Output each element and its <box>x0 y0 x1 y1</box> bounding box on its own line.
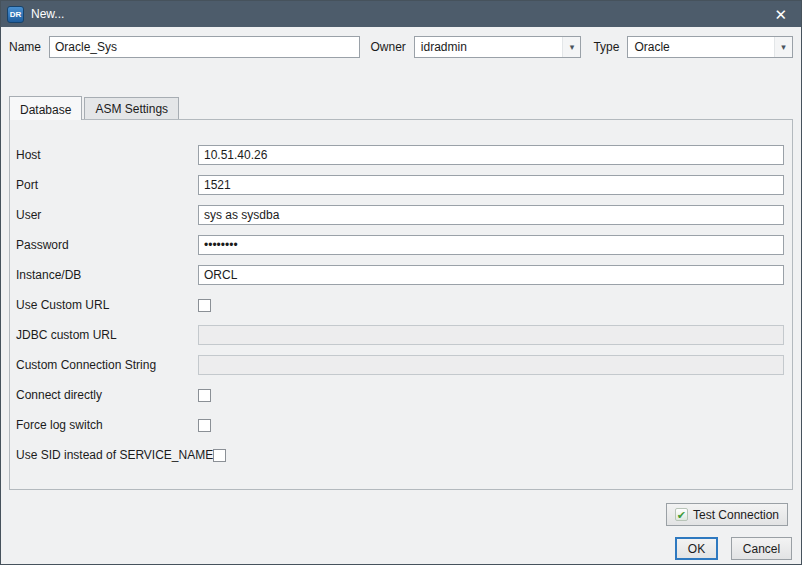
tab-asm-settings[interactable]: ASM Settings <box>84 97 179 119</box>
connect-directly-row: Connect directly <box>10 380 792 410</box>
instance-db-input[interactable] <box>198 265 784 285</box>
port-input[interactable] <box>198 175 784 195</box>
app-icon: DR <box>7 6 24 23</box>
host-input[interactable] <box>198 145 784 165</box>
test-connection-button[interactable]: ✔ Test Connection <box>666 503 788 526</box>
host-label: Host <box>16 148 198 162</box>
use-sid-row: Use SID instead of SERVICE_NAME <box>10 440 792 470</box>
name-input[interactable] <box>49 36 360 58</box>
use-custom-url-label: Use Custom URL <box>16 298 198 312</box>
tab-database[interactable]: Database <box>9 96 82 120</box>
type-selected-value: Oracle <box>634 40 669 54</box>
jdbc-custom-url-label: JDBC custom URL <box>16 328 198 342</box>
use-custom-url-checkbox[interactable] <box>198 299 211 312</box>
close-icon[interactable]: ✕ <box>770 5 791 24</box>
owner-select[interactable]: idradmin ▾ <box>414 36 582 58</box>
port-row: Port <box>10 170 792 200</box>
chevron-down-icon[interactable]: ▾ <box>774 37 792 57</box>
type-select[interactable]: Oracle ▾ <box>627 36 793 58</box>
jdbc-custom-url-input <box>198 325 784 345</box>
ok-button[interactable]: OK <box>675 537 718 560</box>
chevron-down-icon[interactable]: ▾ <box>562 37 580 57</box>
instance-db-row: Instance/DB <box>10 260 792 290</box>
port-label: Port <box>16 178 198 192</box>
database-tab-panel: Host Port User Password Instance/DB Use … <box>9 119 793 490</box>
tab-bar: Database ASM Settings <box>9 97 793 119</box>
jdbc-custom-url-row: JDBC custom URL <box>10 320 792 350</box>
use-sid-label: Use SID instead of SERVICE_NAME <box>16 448 213 462</box>
host-row: Host <box>10 140 792 170</box>
user-row: User <box>10 200 792 230</box>
test-connection-label: Test Connection <box>693 508 779 522</box>
instance-db-label: Instance/DB <box>16 268 198 282</box>
name-label: Name <box>9 40 41 54</box>
user-input[interactable] <box>198 205 784 225</box>
custom-connection-string-input <box>198 355 784 375</box>
force-log-switch-checkbox[interactable] <box>198 419 211 432</box>
user-label: User <box>16 208 198 222</box>
header-row: Name Owner idradmin ▾ Type Oracle ▾ <box>1 27 801 67</box>
custom-connection-string-row: Custom Connection String <box>10 350 792 380</box>
new-connection-dialog: DR New... ✕ Name Owner idradmin ▾ Type O… <box>0 0 802 565</box>
test-connection-check-icon: ✔ <box>675 508 688 521</box>
custom-connection-string-label: Custom Connection String <box>16 358 198 372</box>
use-sid-checkbox[interactable] <box>213 449 226 462</box>
connect-directly-checkbox[interactable] <box>198 389 211 402</box>
password-row: Password <box>10 230 792 260</box>
titlebar: DR New... ✕ <box>1 1 801 27</box>
connect-directly-label: Connect directly <box>16 388 198 402</box>
password-label: Password <box>16 238 198 252</box>
force-log-switch-label: Force log switch <box>16 418 198 432</box>
use-custom-url-row: Use Custom URL <box>10 290 792 320</box>
force-log-switch-row: Force log switch <box>10 410 792 440</box>
password-input[interactable] <box>198 235 784 255</box>
owner-label: Owner <box>370 40 405 54</box>
type-label: Type <box>593 40 619 54</box>
dialog-title: New... <box>31 7 64 21</box>
cancel-button[interactable]: Cancel <box>731 537 792 560</box>
owner-selected-value: idradmin <box>421 40 467 54</box>
